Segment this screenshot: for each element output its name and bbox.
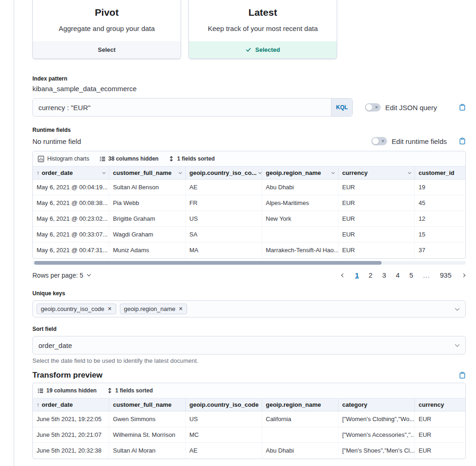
column-header-customer-full-name[interactable]: customer_full_name — [109, 167, 186, 179]
cell-order-date: June 5th 2021, 19:22:05 — [33, 411, 109, 427]
transform-preview-header: Transform preview — [32, 371, 466, 380]
cell-currency: EUR — [415, 427, 466, 442]
horizontal-scrollbar — [32, 261, 466, 265]
cell-customer-id: 19 — [415, 180, 466, 195]
column-header-order-date[interactable]: ↑ order_date — [33, 167, 109, 179]
edit-json-toggle[interactable]: ✕ — [365, 103, 381, 112]
column-header-customer-full-name[interactable]: customer_full_name — [109, 398, 186, 411]
unique-key-pill[interactable]: geoip.country_iso_code ✕ — [37, 304, 116, 314]
chevron-down-icon[interactable] — [332, 170, 335, 174]
column-header-label: customer_full_name — [113, 169, 171, 176]
chevron-down-icon[interactable] — [102, 170, 106, 174]
table-row[interactable]: May 6, 2021 @ 00:33:07... Wagdi Graham S… — [33, 227, 465, 242]
table-row[interactable]: May 6, 2021 @ 00:23:02... Brigitte Graha… — [33, 211, 465, 227]
page-button-1[interactable]: 1 — [355, 271, 359, 279]
preview-grid-toolbar: 19 columns hidden 1 fields sorted — [33, 383, 465, 398]
cell-country-iso: FR — [186, 195, 262, 211]
column-header-geoip-country-iso-code[interactable]: geoip.country_iso_co... — [186, 167, 262, 179]
copy-runtime-button[interactable] — [459, 137, 466, 145]
edit-runtime-label[interactable]: Edit runtime fields — [392, 137, 447, 145]
cell-order-date: June 5th 2021, 20:21:07 — [33, 427, 109, 442]
page-button-3[interactable]: 3 — [382, 271, 386, 279]
pivot-card[interactable]: Pivot Aggregate and group your data Sele… — [32, 0, 181, 59]
pivot-card-description: Aggregate and group your data — [33, 25, 181, 32]
scrollbar-thumb[interactable] — [34, 261, 382, 265]
transform-wizard-panel: Pivot Aggregate and group your data Sele… — [32, 0, 466, 459]
edit-json-label[interactable]: Edit JSON query — [385, 104, 437, 112]
next-page-button[interactable] — [461, 273, 466, 278]
query-language-button[interactable]: KQL — [331, 99, 352, 116]
pivot-select-button[interactable]: Select — [33, 41, 181, 58]
page-button-5[interactable]: 5 — [409, 271, 413, 279]
fields-sorted-button[interactable]: 1 fields sorted — [169, 155, 214, 162]
column-header-category[interactable]: category — [338, 398, 415, 411]
cell-region-name — [262, 427, 338, 442]
chevron-down-icon[interactable] — [179, 170, 182, 174]
cell-currency: EUR — [338, 211, 415, 226]
column-header-customer-id[interactable]: customer_id — [415, 167, 466, 179]
page-list: 1 2 3 4 5 ... 935 — [341, 271, 466, 279]
sort-field-select[interactable]: order_date — [32, 336, 466, 354]
latest-card[interactable]: Latest Keep track of your most recent da… — [188, 0, 337, 59]
columns-hidden-button[interactable]: 38 columns hidden — [100, 155, 159, 162]
column-header-currency[interactable]: currency — [338, 167, 415, 179]
sort-fields-icon — [107, 387, 113, 394]
remove-pill-icon[interactable]: ✕ — [107, 306, 112, 311]
flyout-left-border — [13, 0, 14, 466]
histogram-charts-button[interactable]: Histogram charts — [38, 155, 89, 162]
table-row[interactable]: May 6, 2021 @ 00:08:38... Pia Webb FR Al… — [33, 195, 465, 211]
copy-preview-button[interactable] — [459, 372, 466, 379]
cell-region-name: Marrakech-Tensift-Al Hao... — [262, 242, 338, 258]
remove-pill-icon[interactable]: ✕ — [179, 306, 183, 311]
table-row[interactable]: May 6, 2021 @ 00:04:19... Sultan Al Bens… — [33, 180, 465, 195]
copy-query-button[interactable] — [459, 104, 466, 111]
column-header-order-date[interactable]: ↑ order_date — [33, 398, 109, 411]
edit-runtime-toggle-group: ✕ Edit runtime fields — [371, 137, 447, 145]
rows-per-page-button[interactable]: Rows per page: 5 — [32, 272, 90, 279]
page-button-last[interactable]: 935 — [440, 271, 451, 279]
chevron-down-icon[interactable] — [408, 170, 411, 174]
cell-country-iso: AE — [186, 443, 262, 459]
latest-card-title: Latest — [189, 7, 337, 18]
table-row[interactable]: June 5th 2021, 20:32:38 Sultan Al Moran … — [33, 443, 465, 459]
cell-order-date: May 6, 2021 @ 00:04:19... — [33, 180, 109, 195]
hidden-columns-icon — [38, 388, 44, 394]
pagination-row: Rows per page: 5 1 2 3 4 5 ... 935 — [32, 271, 466, 279]
column-header-label: currency — [419, 401, 444, 408]
column-header-currency[interactable]: currency — [415, 398, 466, 411]
cell-currency: EUR — [415, 411, 466, 427]
table-row[interactable]: May 6, 2021 @ 00:47:31... Muniz Adams MA… — [33, 242, 465, 258]
column-header-label: geoip.region_name — [266, 401, 321, 408]
sort-asc-icon: ↑ — [37, 402, 39, 408]
cell-country-iso: MA — [186, 242, 262, 258]
column-header-geoip-region-name[interactable]: geoip.region_name — [262, 167, 338, 179]
unique-key-pill[interactable]: geoip.region_name ✕ — [120, 304, 188, 314]
cell-customer-id: 15 — [415, 227, 466, 242]
hidden-columns-icon — [100, 156, 106, 162]
cell-region-name: Abu Dhabi — [262, 180, 338, 195]
page-button-2[interactable]: 2 — [369, 271, 372, 279]
cell-category: ["Men's Shoes","Men's Cl... — [338, 443, 415, 459]
column-header-label: order_date — [42, 169, 73, 176]
kql-query-input[interactable] — [33, 99, 331, 116]
cell-order-date: May 6, 2021 @ 00:47:31... — [33, 242, 109, 258]
preview-data-grid: 19 columns hidden 1 fields sorted ↑ orde… — [32, 383, 466, 459]
edit-runtime-toggle[interactable]: ✕ — [371, 137, 387, 145]
fields-sorted-label: 1 fields sorted — [115, 387, 153, 394]
chevron-down-icon[interactable] — [258, 170, 262, 174]
column-header-geoip-region-name[interactable]: geoip.region_name — [262, 398, 338, 411]
page-button-4[interactable]: 4 — [396, 271, 400, 279]
chevron-down-icon[interactable] — [455, 306, 460, 311]
switch-off-icon: ✕ — [381, 139, 385, 143]
pill-label: geoip.country_iso_code — [41, 305, 104, 312]
unique-keys-combobox[interactable]: geoip.country_iso_code ✕ geoip.region_na… — [32, 300, 466, 317]
table-row[interactable]: June 5th 2021, 19:22:05 Gwen Simmons US … — [33, 411, 465, 427]
columns-hidden-button[interactable]: 19 columns hidden — [38, 387, 97, 394]
cell-region-name: New York — [262, 211, 338, 226]
previous-page-button[interactable] — [341, 273, 345, 278]
latest-selected-button[interactable]: Selected — [189, 41, 337, 58]
table-row[interactable]: June 5th 2021, 20:21:07 Wilhemina St. Mo… — [33, 427, 465, 443]
fields-sorted-button[interactable]: 1 fields sorted — [107, 387, 153, 394]
column-header-label: customer_id — [419, 169, 454, 176]
column-header-geoip-country-iso-code[interactable]: geoip.country_iso_code — [186, 398, 262, 411]
